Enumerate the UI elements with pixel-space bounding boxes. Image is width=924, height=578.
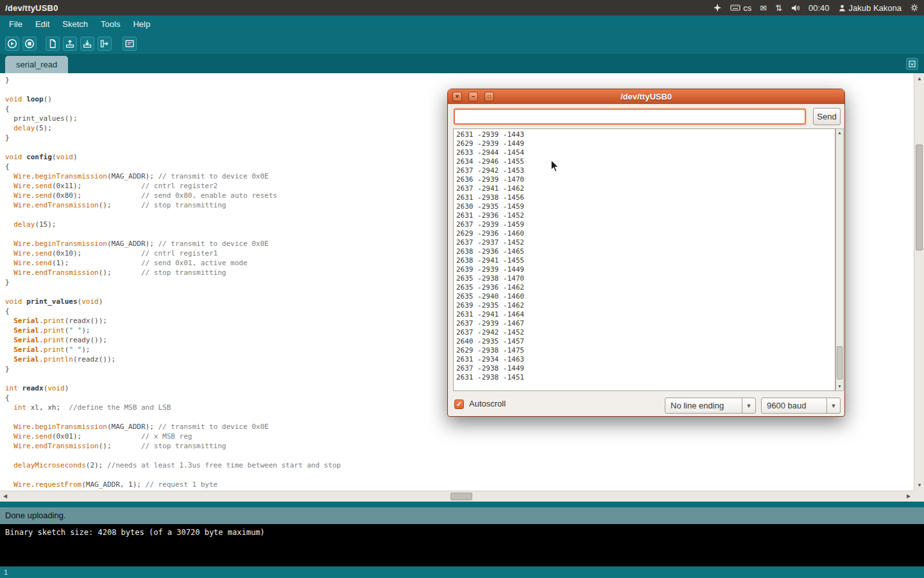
tab-serial-read[interactable]: serial_read <box>5 56 68 73</box>
serial-line: 2629 -2938 -1475 <box>456 346 832 355</box>
baud-rate-value: 9600 baud <box>762 401 826 410</box>
serial-line: 2629 -2939 -1449 <box>456 139 832 148</box>
minimize-button[interactable]: – <box>468 92 478 101</box>
serial-line: 2639 -2935 -1462 <box>456 301 832 310</box>
serial-line: 2635 -2938 -1470 <box>456 274 832 283</box>
menu-help[interactable]: Help <box>126 17 157 31</box>
indicator-sparkle-icon[interactable] <box>713 3 722 12</box>
scroll-down-icon[interactable]: ▼ <box>914 480 924 490</box>
chevron-down-icon: ▼ <box>742 398 755 413</box>
serial-line: 2629 -2936 -1460 <box>456 229 832 238</box>
clock[interactable]: 00:40 <box>809 3 830 13</box>
scroll-right-icon[interactable]: ▶ <box>903 491 914 501</box>
horizontal-scroll-thumb[interactable] <box>450 493 472 500</box>
line-indicator-bar: 1 <box>0 566 924 578</box>
user-menu[interactable]: Jakub Kakona <box>838 3 902 13</box>
code-line: Wire.send(0x01); // x MSB reg <box>5 432 914 441</box>
open-icon <box>65 39 75 49</box>
serial-line: 2637 -2937 -1452 <box>456 238 832 247</box>
menu-edit[interactable]: Edit <box>29 17 56 31</box>
chevron-down-icon: ▼ <box>826 398 840 413</box>
serial-line: 2637 -2939 -1459 <box>456 220 832 229</box>
code-line <box>5 451 914 460</box>
baud-rate-dropdown[interactable]: 9600 baud ▼ <box>761 398 841 414</box>
save-icon <box>82 39 92 49</box>
tab-label: serial_read <box>16 60 57 69</box>
menu-tools[interactable]: Tools <box>94 17 126 31</box>
user-icon <box>838 4 846 12</box>
serial-scroll-down-icon[interactable]: ▼ <box>836 383 843 390</box>
stop-icon <box>24 39 35 49</box>
keyboard-icon <box>730 4 740 12</box>
serial-line: 2635 -2940 -1460 <box>456 292 832 301</box>
close-button[interactable]: × <box>452 92 462 101</box>
scroll-left-icon[interactable]: ◀ <box>0 491 10 501</box>
serial-monitor-button[interactable] <box>123 37 137 51</box>
vertical-scroll-thumb[interactable] <box>916 144 923 250</box>
window-title: /dev/ttyUSB0 <box>5 3 58 13</box>
send-button[interactable]: Send <box>813 108 841 125</box>
editor-horizontal-scrollbar[interactable]: ◀ ▶ <box>0 491 914 502</box>
status-bar: Done uploading. <box>0 507 924 524</box>
open-button[interactable] <box>63 37 77 51</box>
volume-icon[interactable] <box>791 4 800 12</box>
upload-icon <box>99 39 110 49</box>
serial-line: 2631 -2941 -1464 <box>456 310 832 319</box>
line-ending-value: No line ending <box>665 401 742 410</box>
serial-line: 2637 -2942 -1452 <box>456 328 832 337</box>
tab-menu-button[interactable] <box>906 58 918 70</box>
serial-line: 2639 -2939 -1449 <box>456 265 832 274</box>
serial-line: 2635 -2936 -1462 <box>456 283 832 292</box>
user-name: Jakub Kakona <box>849 3 902 13</box>
gnome-top-panel: /dev/ttyUSB0 cs ✉ ⇅ 00:40 Jakub Kako <box>0 0 924 15</box>
verify-button[interactable] <box>5 37 19 51</box>
new-icon <box>47 39 58 49</box>
serial-line: 2636 -2939 -1470 <box>456 175 832 184</box>
serial-line: 2631 -2934 -1463 <box>456 355 832 364</box>
dialog-titlebar[interactable]: /dev/ttyUSB0 × – □ <box>448 89 844 104</box>
new-button[interactable] <box>46 37 60 51</box>
network-arrows-icon[interactable]: ⇅ <box>775 3 782 13</box>
menu-sketch[interactable]: Sketch <box>56 17 94 31</box>
line-ending-dropdown[interactable]: No line ending ▼ <box>665 398 756 414</box>
serial-line: 2637 -2941 -1462 <box>456 184 832 193</box>
verify-icon <box>7 39 17 49</box>
serial-line: 2638 -2941 -1455 <box>456 256 832 265</box>
save-button[interactable] <box>80 37 94 51</box>
serial-scrollbar[interactable]: ▲ ▼ <box>835 128 844 391</box>
send-label: Send <box>817 112 836 121</box>
code-line: Wire.requestFrom(MAG_ADDR, 1); // reques… <box>5 480 914 489</box>
maximize-button[interactable]: □ <box>484 92 494 101</box>
editor-vertical-scrollbar[interactable]: ▲ ▼ <box>914 73 924 491</box>
serial-line: 2631 -2936 -1452 <box>456 211 832 220</box>
mail-icon[interactable]: ✉ <box>760 3 767 13</box>
menu-file[interactable]: File <box>3 17 29 31</box>
upload-button[interactable] <box>98 37 112 51</box>
stop-button[interactable] <box>22 37 37 51</box>
serial-line: 2640 -2935 -1457 <box>456 337 832 346</box>
scroll-up-icon[interactable]: ▲ <box>914 74 924 83</box>
serial-line: 2630 -2935 -1459 <box>456 202 832 211</box>
autoscroll-checkbox[interactable]: ✓ <box>454 399 464 409</box>
serial-line: 2633 -2944 -1454 <box>456 148 832 157</box>
status-message: Done uploading. <box>5 511 66 520</box>
tab-menu-icon <box>908 60 916 68</box>
serial-line: 2637 -2939 -1467 <box>456 319 832 328</box>
code-line: } <box>5 75 914 85</box>
session-gear-icon[interactable] <box>910 3 919 12</box>
dialog-title: /dev/ttyUSB0 <box>448 92 844 101</box>
keyboard-indicator[interactable]: cs <box>730 3 751 13</box>
serial-scroll-up-icon[interactable]: ▲ <box>836 130 843 136</box>
serial-monitor-icon <box>124 39 135 49</box>
code-line: delayMicroseconds(2); //needs at least 1… <box>5 460 914 470</box>
console-output: Binary sketch size: 4208 bytes (of a 307… <box>0 524 924 566</box>
autoscroll-label: Autoscroll <box>469 399 506 408</box>
menu-bar: FileEditSketchToolsHelp <box>0 15 924 33</box>
serial-output[interactable]: 2631 -2939 -14432629 -2939 -14492633 -29… <box>453 128 835 391</box>
console-text: Binary sketch size: 4208 bytes (of a 307… <box>5 528 265 537</box>
serial-input[interactable] <box>454 109 806 125</box>
serial-scroll-thumb[interactable] <box>837 346 843 380</box>
serial-monitor-window: /dev/ttyUSB0 × – □ Send 2631 -2939 -1443… <box>447 89 845 417</box>
line-number: 1 <box>4 568 8 576</box>
scrollbar-corner <box>914 491 924 502</box>
